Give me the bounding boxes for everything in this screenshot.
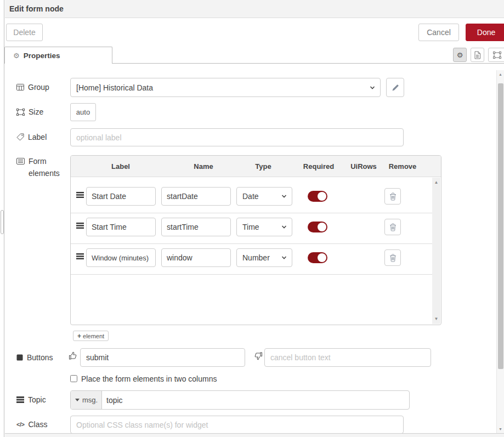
scroll-down-icon[interactable]: ▼ bbox=[432, 317, 440, 321]
trash-icon bbox=[389, 192, 397, 201]
page-scrollbar[interactable]: ▲ ▼ bbox=[496, 70, 504, 433]
element-name-input[interactable] bbox=[161, 218, 231, 236]
list-alt-icon bbox=[16, 158, 25, 164]
row-divider bbox=[71, 274, 433, 275]
element-label-input[interactable] bbox=[86, 248, 156, 267]
chevron-down-icon bbox=[281, 254, 287, 261]
buttons-field-label: Buttons bbox=[16, 353, 53, 362]
description-tab-button[interactable] bbox=[471, 48, 484, 62]
dialog-bottom-edge bbox=[5, 433, 504, 437]
row-divider bbox=[71, 213, 433, 213]
submit-button-text-input[interactable] bbox=[80, 348, 245, 367]
col-name: Name bbox=[194, 156, 213, 177]
drag-handle-icon[interactable] bbox=[76, 222, 84, 231]
toggle-knob bbox=[318, 253, 326, 262]
element-name-input[interactable] bbox=[161, 248, 231, 267]
scroll-up-icon[interactable]: ▲ bbox=[432, 180, 440, 185]
done-button[interactable]: Done bbox=[466, 24, 504, 41]
document-icon bbox=[474, 51, 481, 59]
toggle-knob bbox=[318, 192, 326, 201]
tag-icon bbox=[16, 133, 24, 141]
required-toggle[interactable] bbox=[308, 191, 327, 202]
element-name-input[interactable] bbox=[161, 187, 231, 206]
size-button[interactable]: auto bbox=[70, 103, 96, 121]
scrollbar-thumb[interactable] bbox=[498, 83, 503, 369]
col-type: Type bbox=[255, 156, 271, 177]
topic-value[interactable]: topic bbox=[102, 391, 409, 409]
edit-form-node-dialog: Edit form node Delete Cancel Done ⚙ Prop… bbox=[0, 0, 504, 437]
label-input[interactable] bbox=[70, 128, 404, 146]
chevron-down-icon bbox=[369, 84, 376, 91]
chevron-down-icon bbox=[281, 193, 287, 200]
tab-properties-label: Properties bbox=[24, 52, 60, 60]
two-columns-checkbox[interactable] bbox=[70, 375, 77, 382]
group-field-label: Group bbox=[16, 83, 49, 92]
remove-element-button[interactable] bbox=[384, 249, 401, 266]
two-columns-label[interactable]: Place the form elements in two columns bbox=[81, 374, 217, 383]
required-toggle[interactable] bbox=[308, 222, 327, 232]
square-icon bbox=[16, 354, 23, 361]
appearance-tab-button[interactable] bbox=[488, 48, 504, 62]
col-required: Required bbox=[303, 156, 334, 177]
gear-icon: ⚙ bbox=[13, 52, 20, 59]
chevron-down-icon bbox=[281, 224, 287, 230]
col-uirows: UiRows bbox=[350, 156, 377, 177]
table-scrollbar[interactable]: ▲ ▼ bbox=[432, 178, 440, 324]
cancel-button-text-input[interactable] bbox=[264, 348, 431, 367]
panel-resize-handle[interactable] bbox=[1, 210, 4, 234]
table-icon bbox=[16, 84, 24, 90]
drag-handle-icon[interactable] bbox=[76, 191, 84, 201]
label-field-label: Label bbox=[16, 133, 47, 141]
dialog-header: Edit form node bbox=[5, 0, 504, 18]
object-group-icon bbox=[16, 109, 25, 116]
topic-type-select[interactable]: msg. bbox=[71, 391, 102, 409]
scroll-up-icon[interactable]: ▲ bbox=[497, 72, 504, 76]
table-header: Label Name Type Required UiRows Remove bbox=[71, 156, 441, 177]
group-select[interactable]: [Home] Historical Data bbox=[70, 78, 381, 97]
object-group-icon bbox=[493, 52, 501, 59]
row-divider bbox=[71, 243, 433, 244]
required-toggle[interactable] bbox=[308, 252, 327, 263]
form-elements-table: Label Name Type Required UiRows Remove D… bbox=[70, 155, 441, 325]
element-label-input[interactable] bbox=[86, 218, 156, 236]
trash-icon bbox=[389, 223, 397, 231]
class-field-label: </> Class bbox=[16, 420, 47, 429]
tasks-icon bbox=[16, 396, 24, 403]
topic-typed-input: msg. topic bbox=[70, 390, 410, 410]
code-icon: </> bbox=[16, 421, 24, 428]
properties-tab-button[interactable]: ⚙ bbox=[453, 48, 467, 62]
cancel-button[interactable]: Cancel bbox=[418, 24, 459, 41]
gear-icon: ⚙ bbox=[457, 52, 463, 59]
caret-down-icon bbox=[75, 399, 80, 401]
edit-group-button[interactable] bbox=[386, 78, 404, 97]
delete-button[interactable]: Delete bbox=[6, 24, 43, 41]
remove-element-button[interactable] bbox=[384, 188, 401, 205]
scroll-down-icon[interactable]: ▼ bbox=[497, 427, 504, 431]
dialog-title: Edit form node bbox=[9, 0, 64, 18]
tab-properties[interactable]: ⚙ Properties bbox=[4, 47, 112, 64]
thumbs-down-icon bbox=[254, 351, 263, 362]
col-remove: Remove bbox=[389, 156, 417, 177]
add-element-button[interactable]: + element bbox=[73, 331, 109, 341]
col-label: Label bbox=[111, 156, 130, 177]
toggle-knob bbox=[318, 223, 326, 231]
form-elements-label: Form elements bbox=[16, 155, 64, 179]
size-field-label: Size bbox=[16, 107, 43, 116]
element-type-select[interactable]: Number bbox=[236, 248, 292, 267]
remove-element-button[interactable] bbox=[384, 219, 401, 235]
thumbs-up-icon bbox=[69, 351, 77, 362]
trash-icon bbox=[389, 254, 397, 262]
element-type-select[interactable]: Date bbox=[236, 187, 292, 206]
pencil-icon bbox=[392, 84, 399, 92]
plus-icon: + bbox=[77, 332, 81, 340]
element-label-input[interactable] bbox=[86, 187, 156, 206]
topic-field-label: Topic bbox=[16, 395, 46, 404]
class-input[interactable] bbox=[70, 416, 404, 434]
drag-handle-icon[interactable] bbox=[76, 252, 84, 262]
element-type-select[interactable]: Time bbox=[236, 218, 292, 236]
